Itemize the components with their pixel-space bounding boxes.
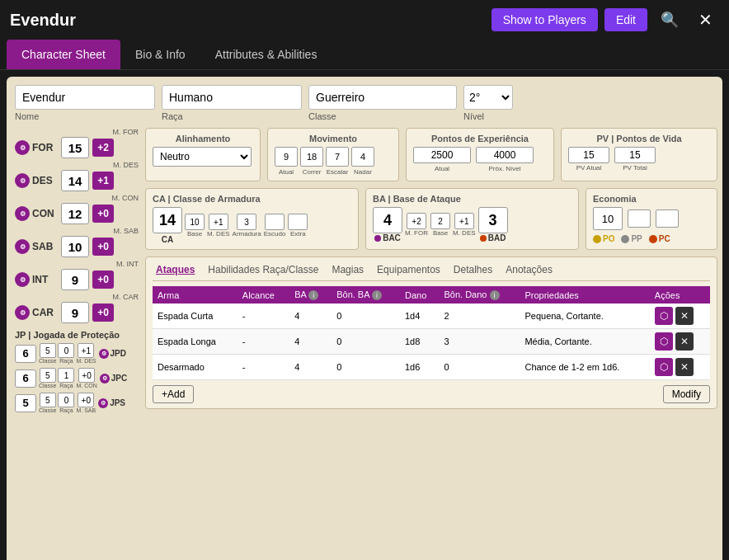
m-label-con: M. CON <box>15 194 139 202</box>
exp-atual-label: Atual <box>435 165 449 172</box>
alinhamento-select[interactable]: Neutro <box>153 147 252 167</box>
m-label-for: M. FOR <box>15 128 139 136</box>
tab-attributes-abilities[interactable]: Attributes & Abilities <box>200 40 332 69</box>
class-label: Classe <box>308 111 457 121</box>
col-bon-dano: Bôn. Dano i <box>439 286 520 304</box>
tab-habilidades[interactable]: Habilidades Raça/Classe <box>205 262 322 277</box>
cell-bon-ba: 0 <box>332 329 400 355</box>
eco-po-value: 10 <box>593 207 623 230</box>
mov-escalar-label: Escalar <box>327 168 349 176</box>
jp-mdes-jpd: +1 <box>78 343 94 358</box>
ba-base-value: 2 <box>430 213 450 229</box>
economia-fields: 10 <box>593 207 710 230</box>
attr-value-for: 15 <box>61 137 89 158</box>
attr-icon-sab: ⚙ <box>15 239 30 254</box>
ca-label: CA <box>162 235 173 244</box>
eco-pp-value <box>628 209 651 228</box>
cell-propriedades: Pequena, Cortante. <box>520 304 649 329</box>
jp-raca-label-jpd: Raça <box>59 358 73 364</box>
roll-attack-button[interactable]: ⬡ <box>655 332 673 351</box>
cell-arma: Desarmado <box>153 355 238 380</box>
cell-dano: 1d8 <box>400 329 439 355</box>
ca-escudo: Escudo <box>264 214 286 238</box>
bottom-actions: +Add Modify <box>153 385 710 403</box>
delete-attack-button[interactable]: ✕ <box>675 332 694 351</box>
race-group: Raça <box>162 85 302 121</box>
race-input[interactable] <box>162 85 302 110</box>
col-dano: Dano <box>400 286 439 304</box>
jp-value-jpc: 6 <box>15 369 36 388</box>
add-button[interactable]: +Add <box>153 385 194 403</box>
cell-acoes: ⬡ ✕ <box>650 304 710 329</box>
attr-abbr-int: INT <box>32 274 48 285</box>
attr-value-int: 9 <box>61 269 89 290</box>
ca-m-des-label: M. DES <box>207 230 230 238</box>
exp-prox: 4000 Próx. Nível <box>476 147 534 172</box>
jp-classe-jps: 5 <box>40 393 56 407</box>
delete-attack-button[interactable]: ✕ <box>675 307 694 325</box>
tab-character-sheet[interactable]: Character Sheet <box>7 40 120 69</box>
tab-magias[interactable]: Magias <box>328 262 367 277</box>
cell-alcance: - <box>238 304 289 329</box>
cell-bon-ba: 0 <box>332 355 400 380</box>
mov-correr: 18 Correr <box>300 147 323 176</box>
ba-m-des-label: M. DES <box>453 229 476 237</box>
edit-button[interactable]: Edit <box>604 8 647 31</box>
movement-fields: 9 Atual 18 Correr 7 Escalar <box>275 147 392 176</box>
pv-atual-value: 15 <box>568 147 609 163</box>
jp-classe-jpc: 5 <box>40 368 56 383</box>
ba-title: BA | Base de Ataque <box>373 194 571 204</box>
ca-m-des: +1 M. DES <box>207 214 230 238</box>
cell-propriedades: Chance de 1-2 em 1d6. <box>520 355 649 380</box>
ba-m-for-value: +2 <box>407 213 426 229</box>
race-label: Raça <box>162 111 302 121</box>
ca-base-label: Base <box>187 230 202 238</box>
experiencia-title: Pontos de Experiência <box>413 134 547 144</box>
show-to-players-button[interactable]: Show to Players <box>491 8 598 31</box>
ba-m-for: +2 M. FOR <box>405 213 428 237</box>
attr-icon-des: ⚙ <box>15 173 30 188</box>
tab-anotacoes[interactable]: Anotações <box>502 262 556 277</box>
attr-mod-int: +0 <box>92 271 114 289</box>
ca-value: 14 <box>153 207 182 233</box>
attr-row-des: M. DES ⚙ DES 14 +1 <box>15 161 139 191</box>
exp-atual-value: 2500 <box>413 147 471 163</box>
tab-ataques[interactable]: Ataques <box>153 262 198 277</box>
jp-classe-label-jpd: Classe <box>39 358 56 364</box>
attr-row-for: M. FOR ⚙ FOR 15 +2 <box>15 128 139 158</box>
roll-attack-button[interactable]: ⬡ <box>655 358 673 376</box>
bon-ba-col-info-icon[interactable]: i <box>372 290 382 300</box>
economia-title: Economia <box>593 194 710 204</box>
attr-value-con: 12 <box>61 203 89 224</box>
jp-row-jps: 5 5 Classe 0 Raça +0 M. SAB ⚙ JPS <box>15 393 139 413</box>
mov-escalar-value: 7 <box>326 147 349 167</box>
cell-acoes: ⬡ ✕ <box>650 355 710 380</box>
close-button[interactable]: ✕ <box>692 7 719 33</box>
modify-button[interactable]: Modify <box>663 385 710 403</box>
search-button[interactable]: 🔍 <box>654 7 685 32</box>
pv-atual-label: PV Atual <box>576 164 602 172</box>
tab-detalhes[interactable]: Detalhes <box>450 262 496 277</box>
bon-dano-col-info-icon[interactable]: i <box>490 290 500 300</box>
roll-attack-button[interactable]: ⬡ <box>655 307 673 325</box>
col-ba: BA i <box>289 286 332 304</box>
tab-equipamentos[interactable]: Equipamentos <box>374 262 444 277</box>
level-select[interactable]: 2° <box>463 85 513 110</box>
delete-attack-button[interactable]: ✕ <box>675 358 694 376</box>
exp-fields: 2500 Atual 4000 Próx. Nível <box>413 147 547 172</box>
jp-mdes-label-jpd: M. DES <box>76 358 96 364</box>
ca-title: CA | Classe de Armadura <box>153 194 351 204</box>
attr-abbr-des: DES <box>32 175 53 186</box>
class-input[interactable] <box>308 85 457 110</box>
jp-row-jpc: 6 5 Classe 1 Raça +0 M. CON ⚙ JPC <box>15 368 139 388</box>
jp-raca-jpc: 1 <box>58 368 74 383</box>
tab-bio-info[interactable]: Bio & Info <box>120 40 200 69</box>
ba-col-info-icon[interactable]: i <box>308 290 318 300</box>
mov-escalar: 7 Escalar <box>326 147 349 176</box>
cell-bon-ba: 0 <box>332 304 400 329</box>
col-propriedades: Propriedades <box>520 286 649 304</box>
name-input[interactable] <box>15 85 155 110</box>
exp-atual: 2500 Atual <box>413 147 471 172</box>
table-row: Espada Longa - 4 0 1d8 3 Média, Cortante… <box>153 329 710 355</box>
cell-propriedades: Média, Cortante. <box>520 329 649 355</box>
